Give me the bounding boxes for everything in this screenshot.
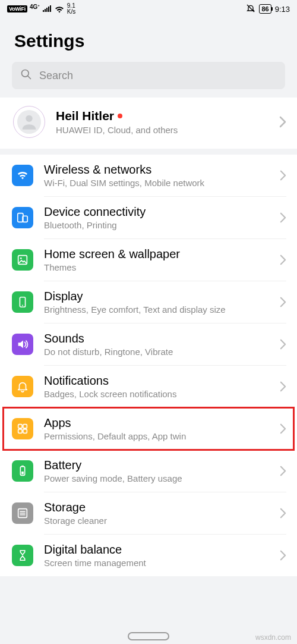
account-row[interactable]: Heil Hitler HUAWEI ID, Cloud, and others: [0, 98, 297, 149]
row-title: Display: [44, 290, 269, 303]
wallpaper-icon: [12, 249, 33, 271]
settings-row-device-connectivity[interactable]: Device connectivity Bluetooth, Printing: [0, 197, 297, 238]
row-text: Battery Power saving mode, Battery usage: [44, 458, 269, 483]
settings-row-battery[interactable]: Battery Power saving mode, Battery usage: [0, 450, 297, 492]
wifi-tile-icon: [12, 165, 33, 186]
chevron-right-icon: [280, 170, 286, 181]
settings-screen: VoWiFi 4G+ 9.1 K/s 86 9:13 Settings: [0, 0, 297, 644]
row-title: Sounds: [44, 332, 269, 345]
settings-row-notifications[interactable]: Notifications Badges, Lock screen notifi…: [0, 366, 297, 407]
svg-rect-9: [18, 425, 22, 428]
row-subtitle: Power saving mode, Battery usage: [44, 473, 269, 483]
row-subtitle: Wi-Fi, Dual SIM settings, Mobile network: [44, 178, 269, 188]
device-connectivity-icon: [12, 207, 33, 228]
display-icon: [12, 291, 33, 313]
settings-list: Wireless & networks Wi-Fi, Dual SIM sett…: [0, 155, 297, 576]
row-text: Storage Storage cleaner: [44, 501, 269, 526]
svg-rect-14: [21, 466, 24, 467]
row-title: Storage: [44, 501, 269, 514]
network-gen-label: 4G+: [30, 4, 40, 10]
notifications-icon: [12, 376, 33, 397]
avatar-icon: [17, 110, 41, 134]
chevron-right-icon: [280, 550, 286, 561]
watermark: wsxdn.com: [255, 633, 291, 642]
row-text: Device connectivity Bluetooth, Printing: [44, 205, 269, 230]
sounds-icon: [12, 334, 33, 355]
row-text: Home screen & wallpaper Themes: [44, 247, 269, 272]
account-text: Heil Hitler HUAWEI ID, Cloud, and others: [56, 109, 268, 135]
svg-rect-10: [23, 425, 27, 428]
settings-row-display[interactable]: Display Brightness, Eye comfort, Text an…: [0, 281, 297, 323]
settings-row-digital-balance[interactable]: Digital balance Screen time management: [0, 535, 297, 576]
row-subtitle: Bluetooth, Printing: [44, 220, 269, 230]
svg-rect-15: [21, 472, 24, 475]
svg-point-2: [26, 115, 32, 122]
svg-rect-12: [23, 429, 27, 433]
chevron-right-icon: [280, 212, 286, 223]
status-right: 86 9:13: [246, 4, 290, 15]
page-title: Settings: [0, 18, 297, 62]
search-bar[interactable]: [12, 62, 285, 89]
row-subtitle: Badges, Lock screen notifications: [44, 389, 269, 399]
status-bar: VoWiFi 4G+ 9.1 K/s 86 9:13: [0, 0, 297, 18]
row-subtitle: Permissions, Default apps, App twin: [44, 431, 269, 441]
net-rate: 9.1 K/s: [67, 3, 75, 15]
row-title: Wireless & networks: [44, 163, 269, 177]
storage-icon: [12, 502, 33, 524]
settings-row-storage[interactable]: Storage Storage cleaner: [0, 492, 297, 534]
row-title: Home screen & wallpaper: [44, 247, 269, 261]
row-subtitle: Screen time management: [44, 558, 269, 568]
settings-row-home-screen[interactable]: Home screen & wallpaper Themes: [0, 239, 297, 281]
digital-balance-icon: [12, 545, 33, 566]
highlight-apps: Apps Permissions, Default apps, App twin: [4, 408, 293, 450]
settings-row-sounds[interactable]: Sounds Do not disturb, Ringtone, Vibrate: [0, 323, 297, 365]
row-subtitle: Brightness, Eye comfort, Text and displa…: [44, 304, 269, 315]
notification-dot-icon: [118, 114, 122, 118]
row-text: Sounds Do not disturb, Ringtone, Vibrate: [44, 332, 269, 357]
vowifi-badge: VoWiFi: [7, 5, 27, 12]
avatar-ring: [13, 106, 45, 138]
account-name: Heil Hitler: [56, 109, 268, 123]
search-input[interactable]: [39, 70, 277, 82]
search-container: [0, 62, 297, 98]
row-title: Apps: [44, 416, 269, 430]
chevron-right-icon: [280, 255, 286, 265]
wifi-icon: [54, 5, 65, 13]
chevron-right-icon: [280, 466, 286, 476]
svg-line-1: [28, 76, 31, 79]
account-subtitle: HUAWEI ID, Cloud, and others: [56, 125, 268, 135]
row-text: Wireless & networks Wi-Fi, Dual SIM sett…: [44, 163, 269, 188]
svg-rect-11: [18, 429, 22, 433]
row-subtitle: Do not disturb, Ringtone, Vibrate: [44, 347, 269, 357]
home-indicator[interactable]: [128, 632, 169, 640]
row-subtitle: Storage cleaner: [44, 516, 269, 526]
svg-point-6: [20, 257, 22, 259]
account-section: Heil Hitler HUAWEI ID, Cloud, and others: [0, 98, 297, 149]
row-text: Digital balance Screen time management: [44, 543, 269, 568]
chevron-right-icon: [280, 381, 286, 392]
row-title: Battery: [44, 458, 269, 472]
row-text: Display Brightness, Eye comfort, Text an…: [44, 290, 269, 315]
status-left: VoWiFi 4G+ 9.1 K/s: [7, 3, 75, 15]
row-title: Notifications: [44, 374, 269, 388]
row-text: Apps Permissions, Default apps, App twin: [44, 416, 269, 441]
chevron-right-icon: [280, 423, 286, 434]
chevron-right-icon: [280, 508, 286, 519]
clock: 9:13: [275, 5, 290, 14]
battery-indicator: 86: [259, 4, 271, 14]
chevron-right-icon: [279, 116, 286, 128]
row-title: Digital balance: [44, 543, 269, 557]
signal-icon: [42, 5, 52, 12]
apps-icon: [12, 418, 33, 439]
settings-row-wireless[interactable]: Wireless & networks Wi-Fi, Dual SIM sett…: [0, 155, 297, 196]
chevron-right-icon: [280, 339, 286, 350]
chevron-right-icon: [280, 297, 286, 307]
battery-icon: [12, 460, 33, 482]
search-icon: [20, 68, 32, 83]
settings-row-apps[interactable]: Apps Permissions, Default apps, App twin: [4, 408, 293, 450]
svg-point-8: [22, 305, 23, 306]
row-subtitle: Themes: [44, 262, 269, 272]
dnd-icon: [246, 4, 255, 15]
row-text: Notifications Badges, Lock screen notifi…: [44, 374, 269, 399]
row-title: Device connectivity: [44, 205, 269, 219]
